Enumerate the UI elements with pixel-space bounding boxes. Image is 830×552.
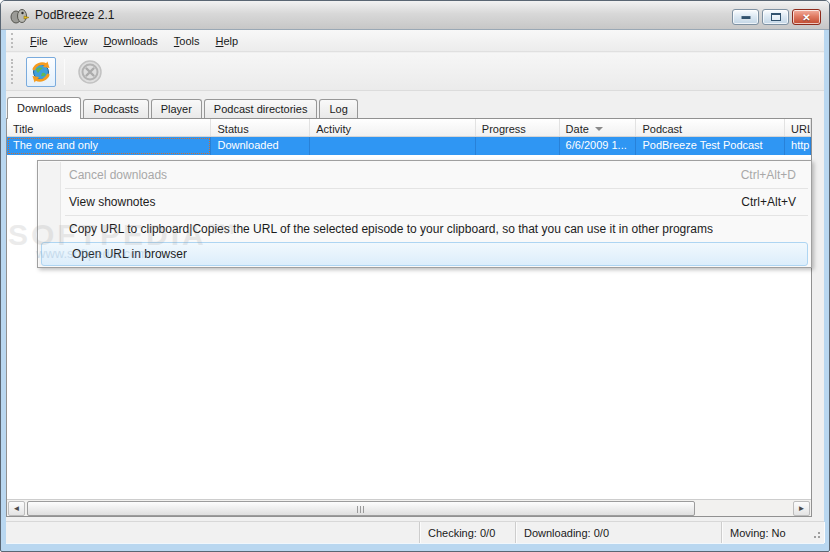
context-menu-item-label: Cancel downloads [39, 168, 167, 182]
table-row[interactable]: The one and onlyDownloaded6/6/2009 1...P… [7, 137, 811, 155]
toolbar [6, 53, 824, 91]
cell-date: 6/6/2009 1... [560, 137, 637, 155]
window-title: PodBreeze 2.1 [35, 8, 114, 22]
column-header-title[interactable]: Title [7, 119, 211, 136]
context-menu: Cancel downloadsCtrl+Alt+DView shownotes… [37, 160, 812, 268]
tab-podcast-directories[interactable]: Podcast directories [204, 99, 318, 118]
column-header-label: Podcast [642, 123, 682, 135]
resize-grip[interactable] [811, 529, 821, 539]
column-header-label: Title [13, 123, 33, 135]
caption-buttons: ✕ [732, 9, 821, 25]
app-window: PodBreeze 2.1 ✕ FileViewDownloadsToolsHe… [0, 0, 830, 552]
cell-activity [310, 137, 476, 155]
column-header-label: URL [791, 123, 811, 135]
cancel-downloads-icon [77, 59, 103, 85]
context-menu-item-label: Copy URL to clipboard|Copies the URL of … [39, 222, 713, 236]
context-menu-item-shortcut: Ctrl+Alt+D [741, 168, 810, 182]
sort-descending-icon [595, 127, 603, 131]
menu-file[interactable]: File [22, 32, 56, 50]
refresh-button[interactable] [26, 57, 56, 87]
menubar-grip-handle[interactable] [11, 33, 14, 48]
tab-downloads[interactable]: Downloads [7, 97, 81, 119]
menu-help[interactable]: Help [208, 32, 247, 50]
context-menu-item-label: Open URL in browser [42, 247, 187, 261]
maximize-button[interactable] [762, 9, 789, 25]
close-icon: ✕ [793, 10, 820, 24]
column-header-url[interactable]: URL [785, 119, 811, 136]
menu-tools[interactable]: Tools [166, 32, 208, 50]
cell-title: The one and only [7, 137, 211, 155]
column-header-label: Activity [316, 123, 351, 135]
toolbar-grip-handle[interactable] [11, 59, 14, 85]
tab-log[interactable]: Log [319, 99, 357, 118]
minimize-button[interactable] [732, 9, 759, 25]
column-header-date[interactable]: Date [560, 119, 637, 136]
context-menu-item-view-shownotes[interactable]: View shownotesCtrl+Alt+V [39, 189, 810, 215]
maximize-icon [771, 13, 781, 21]
scroll-left-arrow[interactable]: ◄ [8, 501, 25, 516]
status-moving: Moving: No [722, 522, 824, 543]
column-header-progress[interactable]: Progress [476, 119, 560, 136]
column-header-label: Progress [482, 123, 526, 135]
scroll-right-arrow[interactable]: ► [793, 501, 810, 516]
scrollbar-thumb-grip [357, 506, 365, 513]
toolbar-separator [64, 59, 65, 85]
column-header-label: Status [217, 123, 248, 135]
status-checking: Checking: 0/0 [420, 522, 516, 543]
cell-podcast: PodBreeze Test Podcast [636, 137, 785, 155]
tab-strip: DownloadsPodcastsPlayerPodcast directori… [7, 96, 360, 118]
tab-podcasts[interactable]: Podcasts [83, 99, 148, 118]
app-body: FileViewDownloadsToolsHelp [6, 30, 824, 543]
menu-view[interactable]: View [56, 32, 96, 50]
title-bar[interactable]: PodBreeze 2.1 ✕ [1, 1, 829, 30]
context-menu-item-open-url-in-browser[interactable]: Open URL in browser [41, 242, 808, 266]
column-header-label: Date [566, 123, 589, 135]
menu-bar: FileViewDownloadsToolsHelp [6, 30, 824, 52]
refresh-icon [30, 61, 52, 83]
context-menu-item-cancel-downloads: Cancel downloadsCtrl+Alt+D [39, 162, 810, 188]
context-menu-item-shortcut: Ctrl+Alt+V [741, 195, 810, 209]
tab-player[interactable]: Player [151, 99, 202, 118]
context-menu-item-label: View shownotes [39, 195, 156, 209]
scrollbar-thumb[interactable] [27, 501, 695, 516]
column-header-status[interactable]: Status [211, 119, 310, 136]
cancel-downloads-button [75, 57, 105, 87]
close-button[interactable]: ✕ [792, 9, 821, 25]
minimize-icon [741, 16, 750, 19]
column-header-activity[interactable]: Activity [310, 119, 476, 136]
app-icon [9, 6, 29, 24]
cell-status: Downloaded [211, 137, 310, 155]
context-menu-item-copy-url-to-clipboard[interactable]: Copy URL to clipboard|Copies the URL of … [39, 216, 810, 242]
menu-downloads[interactable]: Downloads [95, 32, 165, 50]
status-panel-empty [6, 522, 420, 543]
cell-url: http [785, 137, 811, 155]
status-bar: Checking: 0/0Downloading: 0/0Moving: No [6, 521, 824, 543]
column-header-podcast[interactable]: Podcast [636, 119, 785, 136]
cell-progress [476, 137, 560, 155]
horizontal-scrollbar[interactable]: ◄ ► [7, 499, 811, 516]
status-downloading: Downloading: 0/0 [516, 522, 722, 543]
table-header: TitleStatusActivityProgressDatePodcastUR… [7, 119, 811, 137]
